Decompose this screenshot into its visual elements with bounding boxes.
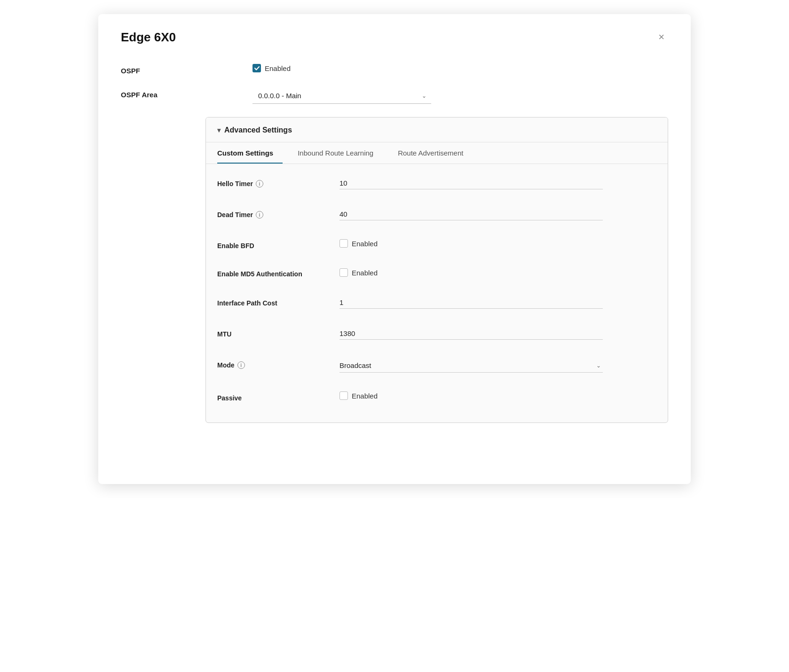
hello-timer-info-icon[interactable]: i bbox=[256, 180, 263, 188]
ospf-area-select-wrapper: 0.0.0.0 - Main 0.0.0.1 0.0.0.2 ⌄ bbox=[252, 88, 431, 104]
passive-label: Passive bbox=[217, 391, 339, 402]
advanced-settings-label: Advanced Settings bbox=[224, 126, 292, 134]
enable-bfd-label: Enable BFD bbox=[217, 239, 339, 250]
interface-path-cost-row: Interface Path Cost bbox=[217, 287, 656, 318]
advanced-settings-panel: ▾ Advanced Settings Custom Settings Inbo… bbox=[205, 117, 668, 423]
enable-md5-label: Enable MD5 Authentication bbox=[217, 268, 339, 278]
hello-timer-label: Hello Timer i bbox=[217, 177, 339, 188]
enable-bfd-enabled-label: Enabled bbox=[352, 240, 378, 248]
hello-timer-value bbox=[339, 177, 656, 189]
passive-checkbox[interactable] bbox=[339, 391, 348, 400]
tab-inbound-route-learning[interactable]: Inbound Route Learning bbox=[298, 142, 383, 164]
ospf-area-row: OSPF Area 0.0.0.0 - Main 0.0.0.1 0.0.0.2… bbox=[121, 88, 668, 104]
hello-timer-row: Hello Timer i bbox=[217, 168, 656, 199]
interface-path-cost-label: Interface Path Cost bbox=[217, 297, 339, 307]
passive-checkbox-wrapper[interactable]: Enabled bbox=[339, 391, 656, 400]
ospf-row: OSPF Enabled bbox=[121, 64, 668, 75]
passive-value: Enabled bbox=[339, 391, 656, 400]
enable-md5-checkbox-wrapper[interactable]: Enabled bbox=[339, 268, 656, 277]
interface-path-cost-value bbox=[339, 297, 656, 309]
ospf-area-select[interactable]: 0.0.0.0 - Main 0.0.0.1 0.0.0.2 bbox=[252, 88, 431, 104]
dead-timer-input[interactable] bbox=[339, 208, 603, 220]
enable-bfd-value: Enabled bbox=[339, 239, 656, 248]
ospf-area-label: OSPF Area bbox=[121, 88, 252, 99]
enable-bfd-checkbox-wrapper[interactable]: Enabled bbox=[339, 239, 656, 248]
tab-custom-settings[interactable]: Custom Settings bbox=[217, 142, 283, 164]
close-button[interactable]: × bbox=[655, 29, 668, 45]
mode-select-wrapper: Broadcast Point-to-Point Point-to-Multip… bbox=[339, 359, 603, 373]
ospf-checkbox-wrapper[interactable]: Enabled bbox=[252, 64, 668, 72]
mtu-label: MTU bbox=[217, 328, 339, 338]
dialog-header: Edge 6X0 × bbox=[121, 29, 668, 45]
advanced-chevron-icon: ▾ bbox=[217, 126, 221, 134]
ospf-area-control: 0.0.0.0 - Main 0.0.0.1 0.0.0.2 ⌄ bbox=[252, 88, 668, 104]
dead-timer-info-icon[interactable]: i bbox=[256, 211, 263, 219]
dead-timer-label: Dead Timer i bbox=[217, 208, 339, 219]
enable-bfd-row: Enable BFD Enabled bbox=[217, 230, 656, 259]
tabs-bar: Custom Settings Inbound Route Learning R… bbox=[206, 142, 668, 164]
enable-bfd-checkbox[interactable] bbox=[339, 239, 348, 248]
hello-timer-input[interactable] bbox=[339, 177, 603, 189]
mode-info-icon[interactable]: i bbox=[237, 361, 245, 369]
enable-md5-value: Enabled bbox=[339, 268, 656, 277]
ospf-checkbox[interactable] bbox=[252, 64, 261, 72]
mtu-value bbox=[339, 328, 656, 340]
dialog-title: Edge 6X0 bbox=[121, 30, 176, 45]
mode-row: Mode i Broadcast Point-to-Point Point-to… bbox=[217, 349, 656, 382]
mtu-input[interactable] bbox=[339, 328, 603, 340]
tab-route-advertisement[interactable]: Route Advertisement bbox=[398, 142, 473, 164]
passive-enabled-label: Enabled bbox=[352, 392, 378, 400]
passive-row: Passive Enabled bbox=[217, 382, 656, 411]
mode-label: Mode i bbox=[217, 359, 339, 369]
mode-value: Broadcast Point-to-Point Point-to-Multip… bbox=[339, 359, 656, 373]
ospf-enabled-label: Enabled bbox=[265, 64, 291, 72]
interface-path-cost-input[interactable] bbox=[339, 297, 603, 309]
mode-select[interactable]: Broadcast Point-to-Point Point-to-Multip… bbox=[339, 359, 603, 373]
dialog: Edge 6X0 × OSPF Enabled OSPF Area 0.0.0.… bbox=[98, 14, 691, 484]
ospf-control: Enabled bbox=[252, 64, 668, 72]
advanced-settings-header[interactable]: ▾ Advanced Settings bbox=[206, 117, 668, 142]
enable-md5-row: Enable MD5 Authentication Enabled bbox=[217, 259, 656, 287]
panel-body: Hello Timer i Dead Timer i Enable bbox=[206, 164, 668, 422]
ospf-label: OSPF bbox=[121, 64, 252, 75]
dead-timer-value bbox=[339, 208, 656, 220]
mtu-row: MTU bbox=[217, 318, 656, 349]
dead-timer-row: Dead Timer i bbox=[217, 199, 656, 230]
enable-md5-checkbox[interactable] bbox=[339, 268, 348, 277]
enable-md5-enabled-label: Enabled bbox=[352, 269, 378, 277]
